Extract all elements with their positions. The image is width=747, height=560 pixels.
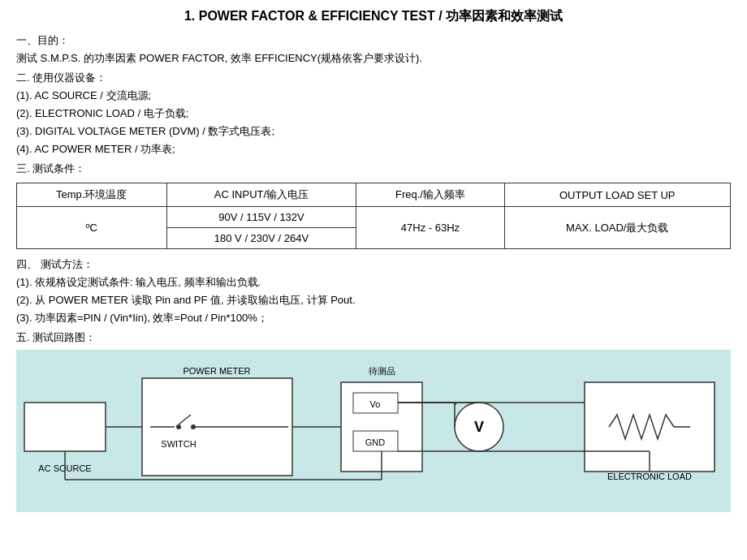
table-header-output: OUTPUT LOAD SET UP bbox=[504, 183, 730, 207]
table-header-freq: Freq./输入频率 bbox=[356, 183, 504, 207]
svg-point-5 bbox=[176, 424, 181, 429]
switch-label: SWITCH bbox=[161, 439, 196, 449]
dut-label: 待测品 bbox=[369, 366, 395, 376]
section1-content: 测试 S.M.P.S. 的功率因素 POWER FACTOR, 效率 EFFIC… bbox=[16, 51, 731, 66]
section2-items: (1). AC SOURCE / 交流电源; (2). ELECTRONIC L… bbox=[16, 88, 731, 157]
section2-item-3: (3). DIGITAL VOLTAGE METER (DVM) / 数字式电压… bbox=[16, 124, 731, 139]
table-cell-voltage1: 90V / 115V / 132V bbox=[166, 207, 356, 228]
table-cell-freq: 47Hz - 63Hz bbox=[356, 207, 504, 249]
electronic-load-label: ELECTRONIC LOAD bbox=[607, 472, 692, 481]
section2-item-1: (1). AC SOURCE / 交流电源; bbox=[16, 88, 731, 103]
section2-item-4: (4). AC POWER METER / 功率表; bbox=[16, 142, 731, 157]
gnd-label: GND bbox=[365, 437, 386, 447]
section4-item-2: (2). 从 POWER METER 读取 Pin and PF 值, 并读取输… bbox=[16, 293, 731, 308]
page-title: 1. POWER FACTOR & EFFICIENCY TEST / 功率因素… bbox=[16, 8, 731, 25]
section4-item-3: (3). 功率因素=PIN / (Vin*Iin), 效率=Pout / Pin… bbox=[16, 311, 731, 325]
test-conditions-table: Temp.环境温度 AC INPUT/输入电压 Freq./输入频率 OUTPU… bbox=[16, 183, 731, 249]
vo-label: Vo bbox=[370, 399, 381, 409]
svg-rect-1 bbox=[24, 403, 106, 451]
circuit-diagram: AC SOURCE POWER METER SWITCH 待测品 Vo GND bbox=[16, 350, 731, 512]
table-cell-temp: ºC bbox=[17, 207, 167, 249]
section4-item-1: (1). 依规格设定测试条件: 输入电压, 频率和输出负载. bbox=[16, 275, 731, 290]
section5-title: 五. 测试回路图： bbox=[16, 330, 731, 345]
table-cell-load: MAX. LOAD/最大负载 bbox=[504, 207, 730, 249]
power-meter-label: POWER METER bbox=[183, 366, 250, 376]
section4-title: 四、 测试方法： bbox=[16, 257, 731, 272]
section2-item-2: (2). ELECTRONIC LOAD / 电子负载; bbox=[16, 106, 731, 121]
section3-title: 三. 测试条件： bbox=[16, 162, 731, 176]
table-header-temp: Temp.环境温度 bbox=[17, 183, 167, 207]
section2-title: 二. 使用仪器设备： bbox=[16, 71, 731, 85]
voltmeter-symbol: V bbox=[474, 419, 484, 435]
table-header-acinput: AC INPUT/输入电压 bbox=[166, 183, 356, 207]
table-cell-voltage2: 180 V / 230V / 264V bbox=[166, 228, 356, 249]
circuit-svg: AC SOURCE POWER METER SWITCH 待测品 Vo GND bbox=[16, 350, 731, 512]
section1-title: 一、目的： bbox=[16, 33, 731, 48]
